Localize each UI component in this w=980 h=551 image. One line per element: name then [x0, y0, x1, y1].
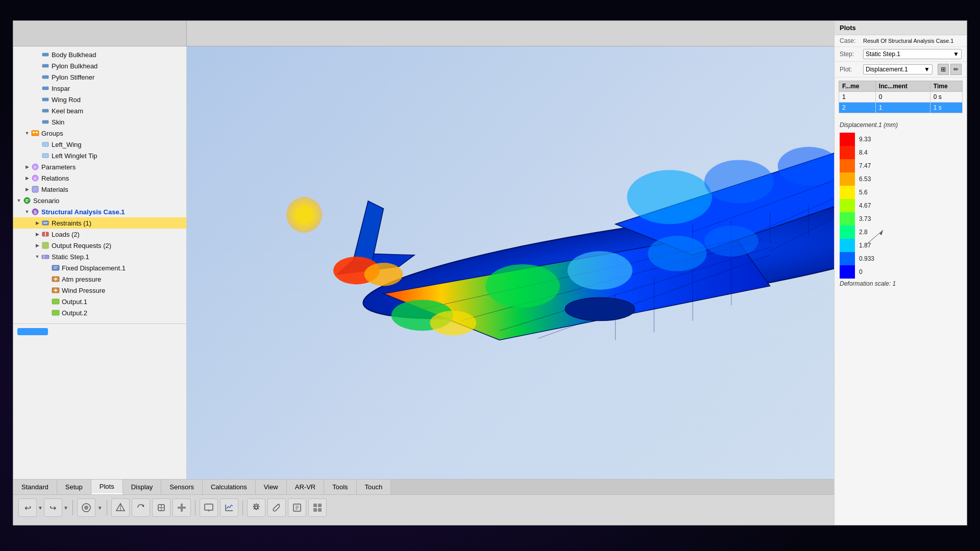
sidebar-item-static-step[interactable]: ▼ Static Step.1 [13, 251, 186, 262]
parameters-icon: P [31, 162, 40, 171]
sidebar-scroll[interactable]: Body Bulkhead Pylon Bulkhead Pyl [13, 49, 186, 477]
sidebar-item-output2[interactable]: Output.2 [13, 307, 186, 318]
sidebar-label-skin: Skin [52, 118, 64, 126]
frame-table: F...me Inc...ment Time 1 0 0 s 2 [839, 81, 963, 113]
expand-icon: ▶ [34, 219, 41, 227]
sidebar-item-groups[interactable]: ▼ Groups [13, 128, 186, 139]
display-tool[interactable] [200, 498, 218, 517]
sidebar-label-inspar: Inspar [52, 85, 70, 92]
color-value: 3.73 [855, 215, 871, 222]
plot-grid-btn[interactable]: ⊞ [938, 64, 949, 75]
undo-button[interactable]: ↩ [18, 498, 37, 517]
sidebar-item-relations[interactable]: ▶ R Relations [13, 172, 186, 184]
svg-point-79 [565, 297, 634, 320]
tab-ar-vr[interactable]: AR-VR [287, 480, 324, 494]
plots-panel: Plots Case: Result Of Structural Analysi… [834, 46, 967, 479]
redo-button[interactable]: ↪ [44, 498, 62, 517]
svg-point-74 [704, 226, 758, 257]
plot-edit-btn[interactable]: ✏ [950, 64, 962, 75]
sidebar-label-fixed-displacement: Fixed Displacement.1 [62, 264, 126, 272]
color-swatch [840, 159, 855, 172]
tab-sensors[interactable]: Sensors [161, 480, 203, 494]
color-value: 5.6 [855, 189, 868, 196]
sidebar-item-wing-rod[interactable]: Wing Rod [13, 94, 186, 105]
sidebar-item-atm-pressure[interactable]: Atm pressure [13, 273, 186, 285]
part-icon [41, 95, 50, 104]
tab-setup[interactable]: Setup [57, 480, 91, 494]
sidebar-item-materials[interactable]: ▶ Materials [13, 184, 186, 195]
table-row-selected[interactable]: 2 1 1 s [839, 103, 963, 113]
svg-rect-94 [205, 504, 213, 510]
pan-tool[interactable] [152, 498, 170, 517]
step-label: Step: [840, 51, 860, 58]
expand-icon [34, 85, 41, 92]
color-swatch [840, 239, 855, 252]
sidebar-item-left-wing[interactable]: Left_Wing [13, 139, 186, 150]
sidebar-item-structural-analysis[interactable]: ▼ S Structural Analysis Case.1 [13, 206, 186, 217]
part-icon [41, 61, 50, 70]
wrench-tool[interactable] [267, 498, 286, 517]
sidebar-item-restraints[interactable]: ▶ Restraints (1) [13, 217, 186, 229]
expand-icon [34, 62, 41, 69]
tab-standard[interactable]: Standard [13, 480, 57, 494]
export-tool[interactable] [288, 498, 306, 517]
groups-icon [31, 129, 40, 138]
color-value: 7.47 [855, 162, 871, 169]
sidebar-label-output-requests: Output Requests (2) [52, 242, 111, 249]
sidebar-item-body-bulkhead[interactable]: Body Bulkhead [13, 49, 186, 60]
tab-view[interactable]: View [256, 480, 287, 494]
expand-icon [44, 276, 51, 283]
sidebar-item-scenario[interactable]: ▼ Scenario [13, 195, 186, 206]
sidebar-item-fixed-displacement[interactable]: Fixed Displacement.1 [13, 262, 186, 273]
tab-tools[interactable]: Tools [324, 480, 356, 494]
sidebar-label-relations: Relations [41, 174, 69, 182]
color-row: 0.933 [840, 252, 962, 265]
zoom-tool[interactable] [173, 498, 191, 517]
svg-rect-107 [318, 508, 322, 512]
mesh-tool[interactable] [111, 498, 130, 517]
scroll-thumb[interactable] [17, 328, 48, 335]
col-increment: Inc...ment [875, 81, 930, 92]
sidebar-item-left-winglet-tip[interactable]: Left Winglet Tip [13, 150, 186, 161]
step-icon [41, 252, 50, 261]
settings-tool[interactable] [247, 498, 265, 517]
sidebar-label-atm-pressure: Atm pressure [62, 276, 101, 283]
tab-plots[interactable]: Plots [91, 480, 123, 494]
svg-point-99 [255, 506, 258, 509]
color-value: 9.33 [855, 136, 871, 143]
part-icon [41, 50, 50, 59]
sidebar-item-keel-beam[interactable]: Keel beam [13, 105, 186, 116]
sidebar-item-loads[interactable]: ▶ Loads (2) [13, 229, 186, 240]
expand-icon: ▼ [15, 197, 22, 204]
frame-table-container: F...me Inc...ment Time 1 0 0 s 2 [835, 78, 967, 116]
load-item-icon [51, 274, 60, 284]
sidebar-item-parameters[interactable]: ▶ P Parameters [13, 161, 186, 172]
tab-display[interactable]: Display [123, 480, 162, 494]
sidebar-item-pylon-bulkhead[interactable]: Pylon Bulkhead [13, 60, 186, 71]
output-item-icon [51, 297, 60, 306]
sidebar-item-skin[interactable]: Skin [13, 116, 186, 128]
select-tool[interactable] [77, 498, 95, 517]
app-window: Body Bulkhead Pylon Bulkhead Pyl [13, 20, 967, 525]
expand-icon: ▼ [23, 130, 31, 137]
color-swatch [840, 133, 855, 146]
apps-tool[interactable] [308, 498, 327, 517]
plot-dropdown[interactable]: Displacement.1 ▼ [863, 64, 933, 74]
sidebar-item-wind-pressure[interactable]: Wind Pressure [13, 285, 186, 296]
tab-touch[interactable]: Touch [357, 480, 391, 494]
expand-icon [34, 51, 41, 58]
results-tool[interactable] [220, 498, 238, 517]
tab-calculations[interactable]: Calculations [203, 480, 256, 494]
separator [72, 500, 73, 515]
sidebar-item-inspar[interactable]: Inspar [13, 83, 186, 94]
expand-icon [34, 118, 41, 126]
table-row[interactable]: 1 0 0 s [839, 92, 963, 103]
svg-rect-26 [26, 201, 28, 202]
rotate-tool[interactable] [132, 498, 150, 517]
menu-bar [13, 21, 967, 46]
sidebar-item-pylon-stiffener[interactable]: Pylon Stiffener [13, 71, 186, 83]
sidebar-item-output-requests[interactable]: ▶ Output Requests (2) [13, 240, 186, 251]
sidebar-item-output1[interactable]: Output.1 [13, 296, 186, 307]
step-dropdown[interactable]: Static Step.1 ▼ [863, 49, 962, 59]
sidebar-scrollbar[interactable] [13, 323, 186, 339]
